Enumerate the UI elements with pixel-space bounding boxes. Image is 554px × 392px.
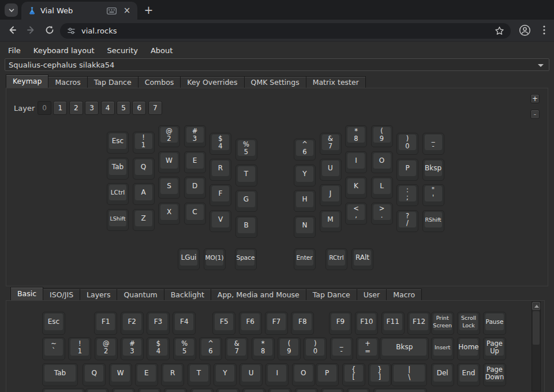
- picker-key-blank[interactable]: [85, 388, 108, 392]
- picker-key-grave[interactable]: ~`: [42, 337, 65, 360]
- keycap-face: [166, 390, 185, 392]
- picker-key-i[interactable]: I: [265, 363, 289, 386]
- picker-key-f7[interactable]: F7: [265, 312, 288, 335]
- picker-key-9[interactable]: (9: [278, 337, 301, 360]
- picker-key-print-screen[interactable]: PrintScreen: [431, 312, 454, 335]
- picker-key-blank[interactable]: [42, 388, 85, 392]
- picker-key-0[interactable]: )0: [304, 337, 327, 360]
- keycap-face: Y: [216, 365, 234, 382]
- picker-key-page-up[interactable]: PageUp: [483, 337, 506, 360]
- picker-key-blank[interactable]: [216, 388, 239, 392]
- picker-key-blank[interactable]: [112, 388, 135, 392]
- picker-key-7[interactable]: &7: [225, 337, 248, 360]
- keycap-face: [193, 390, 211, 392]
- picker-key-home[interactable]: Home: [457, 337, 480, 360]
- keycap-face: [114, 390, 133, 392]
- picker-key-backslash[interactable]: |\: [391, 363, 427, 386]
- picker-key-q[interactable]: Q: [83, 363, 106, 386]
- picker-key-blank[interactable]: [295, 388, 318, 392]
- picker-key-insert[interactable]: Insert: [431, 337, 454, 360]
- scroll-up-button[interactable]: [532, 302, 540, 310]
- keycap-face: I: [268, 365, 286, 382]
- keycap-face: Bksp: [382, 339, 426, 356]
- picker-key-page-down[interactable]: PageDown: [483, 363, 506, 386]
- picker-key-blank[interactable]: [268, 388, 291, 392]
- picker-key-end[interactable]: End: [457, 363, 480, 386]
- picker-key-blank[interactable]: [138, 388, 161, 392]
- keycap-face: F11: [384, 313, 402, 330]
- keycap-face: Tab: [44, 365, 76, 382]
- picker-key-f12[interactable]: F12: [407, 312, 431, 335]
- picker-key-blank[interactable]: [373, 388, 427, 392]
- keycap-face: %5: [175, 339, 194, 356]
- picker-key-scroll-lock[interactable]: ScrollLock: [457, 312, 480, 335]
- picker-key-del[interactable]: Del: [431, 363, 454, 386]
- picker-key-tab[interactable]: Tab: [42, 363, 78, 386]
- picker-key-blank[interactable]: [347, 388, 370, 392]
- picker-key-bksp[interactable]: Bksp: [380, 337, 429, 360]
- keycap-face: R: [163, 365, 182, 382]
- keycap-face: PageDown: [485, 365, 504, 382]
- keycap-face: [245, 390, 263, 392]
- keycap-face: _-: [332, 339, 351, 356]
- keycap-face: #3: [123, 339, 141, 356]
- keycap-face: ^6: [201, 339, 220, 356]
- keycap-face: *8: [254, 339, 272, 356]
- picker-key-f2[interactable]: F2: [121, 312, 144, 335]
- keycap-face: End: [459, 365, 478, 382]
- picker-key-3[interactable]: #3: [121, 337, 144, 360]
- picker-key-blank[interactable]: [321, 388, 344, 392]
- picker-key-blank[interactable]: [164, 388, 187, 392]
- picker-key-f4[interactable]: F4: [173, 312, 196, 335]
- picker-key-5[interactable]: %5: [173, 337, 196, 360]
- picker-key-u[interactable]: U: [239, 363, 263, 386]
- picker-key-e[interactable]: E: [135, 363, 158, 386]
- keycap-face: P: [318, 365, 336, 382]
- picker-key-rbracket[interactable]: }]: [368, 363, 391, 386]
- picker-key-f9[interactable]: F9: [329, 312, 352, 335]
- picker-scrollbar[interactable]: [531, 301, 541, 391]
- picker-key-f11[interactable]: F11: [381, 312, 405, 335]
- picker-key-8[interactable]: *8: [252, 337, 275, 360]
- keycap-face: ~`: [44, 339, 63, 356]
- keycap-face: (9: [280, 339, 298, 356]
- picker-key-lbracket[interactable]: {[: [342, 363, 365, 386]
- picker-key-f3[interactable]: F3: [147, 312, 170, 335]
- picker-key-minus[interactable]: _-: [330, 337, 353, 360]
- picker-key-f1[interactable]: F1: [94, 312, 117, 335]
- keycap-face: @2: [97, 339, 115, 356]
- keycap-face: F7: [267, 313, 286, 330]
- picker-key-f8[interactable]: F8: [291, 312, 314, 335]
- keycap-face: [271, 390, 289, 392]
- picker-key-y[interactable]: Y: [214, 363, 237, 386]
- picker-key-f6[interactable]: F6: [239, 312, 262, 335]
- picker-key-t[interactable]: T: [188, 363, 211, 386]
- keycap-face: Del: [433, 365, 452, 382]
- keycap-face: Home: [459, 339, 478, 356]
- keycap-face: F5: [215, 313, 233, 330]
- keycap-face: &7: [227, 339, 246, 356]
- picker-key-f5[interactable]: F5: [212, 312, 235, 335]
- scrollbar-thumb[interactable]: [533, 311, 540, 345]
- picker-key-r[interactable]: R: [161, 363, 184, 386]
- keycap-face: |\: [394, 365, 425, 382]
- keycap-face: F8: [293, 313, 312, 330]
- picker-key-1[interactable]: !1: [68, 337, 91, 360]
- keycap-face: Q: [85, 365, 103, 382]
- picker-key-equal[interactable]: +=: [356, 337, 379, 360]
- picker-key-blank[interactable]: [190, 388, 214, 392]
- picker-key-o[interactable]: O: [292, 363, 315, 386]
- keycap-face: [376, 390, 425, 392]
- picker-key-4[interactable]: $4: [147, 337, 170, 360]
- picker-key-w[interactable]: W: [109, 363, 132, 386]
- keycap-face: PageUp: [485, 339, 504, 356]
- keycap-face: U: [242, 365, 260, 382]
- picker-key-esc[interactable]: Esc: [42, 312, 65, 335]
- picker-key-pause[interactable]: Pause: [483, 312, 506, 335]
- keycap-face: )0: [306, 339, 324, 356]
- picker-key-f10[interactable]: F10: [355, 312, 378, 335]
- picker-key-2[interactable]: @2: [95, 337, 118, 360]
- picker-key-p[interactable]: P: [316, 363, 339, 386]
- picker-key-6[interactable]: ^6: [199, 337, 222, 360]
- picker-key-blank[interactable]: [242, 388, 265, 392]
